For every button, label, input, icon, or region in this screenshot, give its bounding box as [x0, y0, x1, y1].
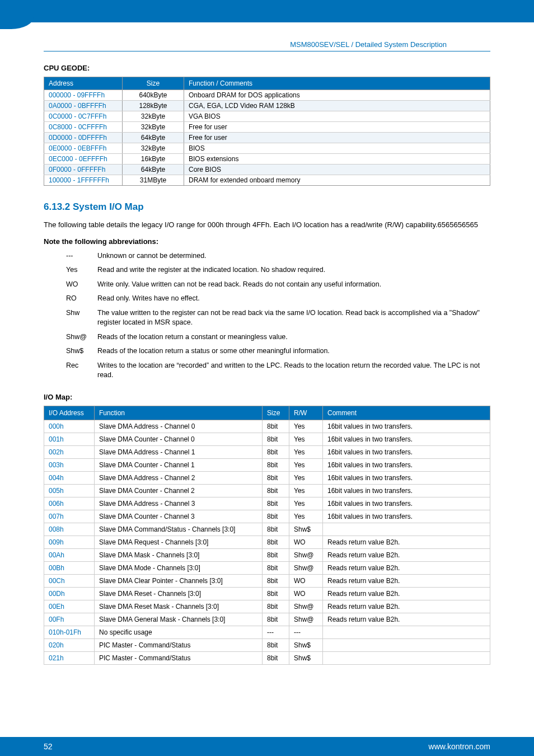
io-cell-size: 8bit	[263, 613, 289, 626]
io-cell-func: Slave DMA Counter - Channel 1	[95, 458, 263, 471]
io-cell-func: Slave DMA Address - Channel 0	[95, 420, 263, 433]
io-cell-comment: Reads return value B2h.	[323, 536, 490, 548]
io-cell-comment: 16bit values in two transfers.	[323, 458, 490, 471]
io-cell-addr: 007h	[44, 510, 95, 523]
io-cell-rw: Yes	[289, 484, 323, 497]
io-cell-comment: 16bit values in two transfers.	[323, 420, 490, 433]
mem-cell-func: CGA, EGA, LCD Video RAM 128kB	[184, 101, 490, 111]
mem-cell-func: Core BIOS	[184, 165, 490, 175]
mem-header-address: Address	[44, 77, 123, 90]
io-cell-func: Slave DMA Mask - Channels [3:0]	[95, 548, 263, 561]
io-cell-func: Slave DMA Counter - Channel 3	[95, 510, 263, 523]
io-cell-size: 8bit	[263, 420, 289, 433]
table-row: 020hPIC Master - Command/Status8bitShw$	[44, 638, 490, 651]
io-cell-addr: 001h	[44, 433, 95, 445]
mem-cell-size: 64kByte	[123, 133, 184, 143]
abbrev-key: Shw	[66, 308, 97, 328]
io-cell-addr: 021h	[44, 651, 95, 664]
mem-cell-func: VGA BIOS	[184, 111, 490, 122]
mem-cell-func: DRAM for extended onboard memory	[184, 175, 490, 186]
io-cell-comment	[323, 523, 490, 536]
abbrev-value: Writes to the location are “recorded” an…	[97, 361, 490, 381]
io-cell-comment	[323, 651, 490, 664]
io-cell-comment	[323, 626, 490, 638]
io-cell-func: Slave DMA Reset Mask - Channels [3:0]	[95, 600, 263, 613]
mem-cell-func: BIOS extensions	[184, 154, 490, 165]
table-row: 00EhSlave DMA Reset Mask - Channels [3:0…	[44, 600, 490, 613]
abbrev-value: Unknown or cannot be determined.	[97, 251, 490, 261]
io-cell-size: 8bit	[263, 458, 289, 471]
io-map-table: I/O Address Function Size R/W Comment 00…	[44, 406, 490, 665]
mem-cell-size: 16kByte	[123, 154, 184, 165]
io-cell-rw: Yes	[289, 420, 323, 433]
system-io-map-heading: 6.13.2 System I/O Map	[44, 201, 490, 213]
breadcrumb: MSM800SEV/SEL / Detailed System Descript…	[44, 38, 490, 51]
io-cell-addr: 00Ah	[44, 548, 95, 561]
io-cell-func: Slave DMA Request - Channels [3:0]	[95, 536, 263, 548]
system-io-map-intro: The following table details the legacy I…	[44, 219, 490, 231]
io-cell-size: 8bit	[263, 587, 289, 600]
mem-cell-addr: 0F0000 - 0FFFFFh	[44, 165, 123, 175]
io-cell-addr: 00Ch	[44, 574, 95, 587]
io-cell-func: PIC Master - Command/Status	[95, 651, 263, 664]
abbrev-key: Yes	[66, 265, 97, 275]
mem-cell-addr: 0A0000 - 0BFFFFh	[44, 101, 123, 111]
mem-header-func: Function / Comments	[184, 77, 490, 90]
io-cell-size: 8bit	[263, 548, 289, 561]
io-cell-comment: Reads return value B2h.	[323, 561, 490, 574]
io-cell-addr: 004h	[44, 471, 95, 484]
io-cell-func: PIC Master - Command/Status	[95, 638, 263, 651]
table-row: 004hSlave DMA Address - Channel 28bitYes…	[44, 471, 490, 484]
mem-cell-addr: 000000 - 09FFFFh	[44, 90, 123, 101]
io-cell-comment: 16bit values in two transfers.	[323, 484, 490, 497]
io-cell-rw: Shw@	[289, 548, 323, 561]
io-cell-addr: 00Bh	[44, 561, 95, 574]
io-header-func: Function	[95, 406, 263, 420]
io-cell-func: Slave DMA Address - Channel 3	[95, 497, 263, 510]
table-row: 009hSlave DMA Request - Channels [3:0]8b…	[44, 536, 490, 548]
mem-cell-func: Free for user	[184, 133, 490, 143]
io-cell-addr: 00Dh	[44, 587, 95, 600]
io-cell-size: 8bit	[263, 510, 289, 523]
io-cell-addr: 002h	[44, 445, 95, 458]
page-number: 52	[44, 742, 53, 751]
io-cell-addr: 009h	[44, 536, 95, 548]
io-cell-size: ---	[263, 626, 289, 638]
list-item: RecWrites to the location are “recorded”…	[66, 361, 490, 381]
io-cell-size: 8bit	[263, 561, 289, 574]
io-cell-comment: Reads return value B2h.	[323, 613, 490, 626]
io-cell-addr: 020h	[44, 638, 95, 651]
page-content: CPU GEODE: Address Size Function / Comme…	[0, 64, 534, 665]
io-cell-size: 8bit	[263, 523, 289, 536]
table-row: 0A0000 - 0BFFFFh128kByteCGA, EGA, LCD Vi…	[44, 101, 490, 111]
io-cell-rw: ---	[289, 626, 323, 638]
abbrev-list: ---Unknown or cannot be determined.YesRe…	[66, 251, 490, 381]
io-cell-rw: Yes	[289, 433, 323, 445]
io-cell-comment: 16bit values in two transfers.	[323, 433, 490, 445]
cpu-geode-heading: CPU GEODE:	[44, 64, 490, 72]
list-item: ShwThe value written to the register can…	[66, 308, 490, 328]
table-row: 0C8000 - 0CFFFFh32kByteFree for user	[44, 122, 490, 133]
io-cell-addr: 006h	[44, 497, 95, 510]
io-cell-rw: Shw@	[289, 561, 323, 574]
io-cell-comment: Reads return value B2h.	[323, 548, 490, 561]
io-cell-rw: Yes	[289, 497, 323, 510]
io-cell-rw: Shw$	[289, 638, 323, 651]
abbrev-value: Read and write the register at the indic…	[97, 265, 490, 275]
mem-cell-addr: 0E0000 - 0EBFFFh	[44, 143, 123, 154]
io-cell-addr: 000h	[44, 420, 95, 433]
io-cell-rw: Yes	[289, 458, 323, 471]
io-header-comment: Comment	[323, 406, 490, 420]
list-item: WOWrite only. Value written can not be r…	[66, 280, 490, 290]
abbrev-key: WO	[66, 280, 97, 290]
table-row: 001hSlave DMA Counter - Channel 08bitYes…	[44, 433, 490, 445]
mem-header-size: Size	[123, 77, 184, 90]
list-item: ---Unknown or cannot be determined.	[66, 251, 490, 261]
table-row: 007hSlave DMA Counter - Channel 38bitYes…	[44, 510, 490, 523]
table-row: 021hPIC Master - Command/Status8bitShw$	[44, 651, 490, 664]
mem-cell-size: 31MByte	[123, 175, 184, 186]
page-footer: 52 www.kontron.com	[0, 737, 534, 756]
io-cell-func: No specific usage	[95, 626, 263, 638]
table-row: 003hSlave DMA Counter - Channel 18bitYes…	[44, 458, 490, 471]
table-row: 100000 - 1FFFFFFh31MByteDRAM for extende…	[44, 175, 490, 186]
